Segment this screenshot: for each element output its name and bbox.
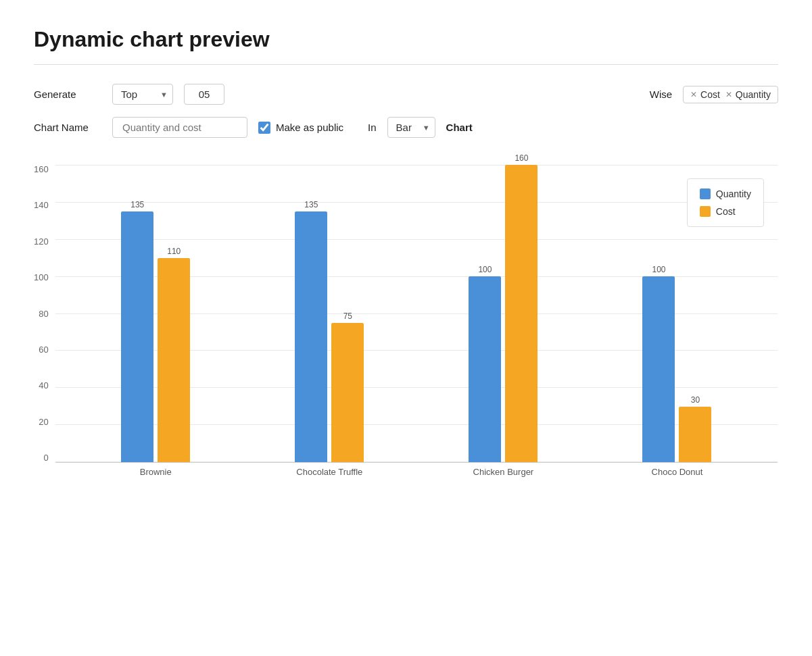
x-label-choco-donut: Choco Donut xyxy=(590,467,764,477)
bar-brownie-quantity-value: 135 xyxy=(130,200,144,209)
bar-choco-donut-cost-bar xyxy=(679,407,711,463)
bar-chocolate-truffle-cost-value: 75 xyxy=(343,311,352,321)
bar-brownie-cost-bar xyxy=(158,258,190,463)
generate-type-select[interactable]: Top Bottom xyxy=(112,84,173,105)
make-public-label: Make as public xyxy=(276,122,343,133)
bar-chicken-burger-quantity-value: 100 xyxy=(478,265,492,274)
y-tick-100: 100 xyxy=(34,273,49,282)
y-tick-40: 40 xyxy=(34,381,49,390)
bar-choco-donut-cost-value: 30 xyxy=(691,395,700,405)
cost-tag-remove-icon[interactable]: ✕ xyxy=(690,90,697,99)
bar-group-choco-donut: 100 30 xyxy=(590,265,764,462)
bar-chocolate-truffle-quantity-bar xyxy=(295,211,327,462)
generate-row: Generate Top Bottom ▼ Wise ✕ Cost ✕ Quan… xyxy=(34,84,778,105)
bar-choco-donut-quantity-bar xyxy=(642,276,675,462)
chart-type-select-wrapper[interactable]: Bar Line Pie ▼ xyxy=(387,117,435,138)
bar-group-chicken-burger: 100 160 xyxy=(416,153,590,462)
chart-name-input[interactable] xyxy=(112,117,247,138)
bar-group-chocolate-truffle: 135 75 xyxy=(243,200,416,462)
generate-number-input[interactable] xyxy=(184,84,224,105)
chart-body: 135 110 135 75 xyxy=(55,165,778,477)
controls-panel: Generate Top Bottom ▼ Wise ✕ Cost ✕ Quan… xyxy=(34,84,778,138)
cost-tag[interactable]: ✕ Cost xyxy=(690,89,720,100)
y-tick-80: 80 xyxy=(34,309,49,318)
chart-type-select[interactable]: Bar Line Pie xyxy=(387,117,435,138)
x-label-chicken-burger: Chicken Burger xyxy=(416,467,590,477)
bar-chocolate-truffle-cost-bar xyxy=(331,323,364,462)
x-label-chocolate-truffle: Chocolate Truffle xyxy=(243,467,416,477)
page-title: Dynamic chart preview xyxy=(34,27,778,52)
make-public-wrapper[interactable]: Make as public xyxy=(258,122,343,134)
bar-chicken-burger-quantity-bar xyxy=(469,276,501,462)
chart-name-label: Chart Name xyxy=(34,122,101,133)
y-tick-20: 20 xyxy=(34,418,49,426)
bar-brownie-cost: 110 xyxy=(158,247,190,463)
in-label: In xyxy=(368,122,377,133)
wise-label: Wise xyxy=(650,89,672,100)
bar-choco-donut-quantity-value: 100 xyxy=(652,265,665,274)
chart-container: 0 20 40 60 80 100 120 140 160 xyxy=(34,165,778,477)
chart-baseline xyxy=(55,462,778,463)
y-tick-160: 160 xyxy=(34,165,49,174)
bar-chicken-burger-quantity: 100 xyxy=(469,265,501,462)
quantity-tag-label: Quantity xyxy=(736,89,771,100)
x-labels: Brownie Chocolate Truffle Chicken Burger… xyxy=(55,467,778,477)
bar-choco-donut-cost: 30 xyxy=(679,395,711,463)
bar-chocolate-truffle-quantity-value: 135 xyxy=(304,200,318,209)
chart-name-row: Chart Name Make as public In Bar Line Pi… xyxy=(34,117,778,138)
y-axis: 0 20 40 60 80 100 120 140 160 xyxy=(34,165,49,462)
divider xyxy=(34,64,778,65)
quantity-tag[interactable]: ✕ Quantity xyxy=(725,89,771,100)
bar-chicken-burger-cost-value: 160 xyxy=(515,153,528,163)
cost-tag-label: Cost xyxy=(700,89,720,100)
wise-section: Wise ✕ Cost ✕ Quantity xyxy=(650,86,778,103)
bar-brownie-quantity: 135 xyxy=(121,200,153,462)
y-tick-60: 60 xyxy=(34,345,49,354)
generate-label: Generate xyxy=(34,89,101,100)
bar-chicken-burger-cost: 160 xyxy=(505,153,538,462)
y-tick-120: 120 xyxy=(34,237,49,246)
chart-suffix-label: Chart xyxy=(446,122,473,133)
bar-chicken-burger-cost-bar xyxy=(505,165,538,462)
bar-brownie-quantity-bar xyxy=(121,211,153,462)
bar-chocolate-truffle-quantity: 135 xyxy=(295,200,327,462)
y-tick-140: 140 xyxy=(34,201,49,209)
wise-tags-container: ✕ Cost ✕ Quantity xyxy=(683,86,778,103)
bars-area: 135 110 135 75 xyxy=(55,165,778,462)
generate-type-select-wrapper[interactable]: Top Bottom ▼ xyxy=(112,84,173,105)
bar-brownie-cost-value: 110 xyxy=(167,247,181,256)
x-label-brownie: Brownie xyxy=(69,467,243,477)
quantity-tag-remove-icon[interactable]: ✕ xyxy=(725,90,732,99)
y-tick-0: 0 xyxy=(34,453,49,462)
bar-choco-donut-quantity: 100 xyxy=(642,265,675,462)
bar-group-brownie: 135 110 xyxy=(69,200,243,462)
make-public-checkbox[interactable] xyxy=(258,122,270,134)
bar-chocolate-truffle-cost: 75 xyxy=(331,311,364,462)
